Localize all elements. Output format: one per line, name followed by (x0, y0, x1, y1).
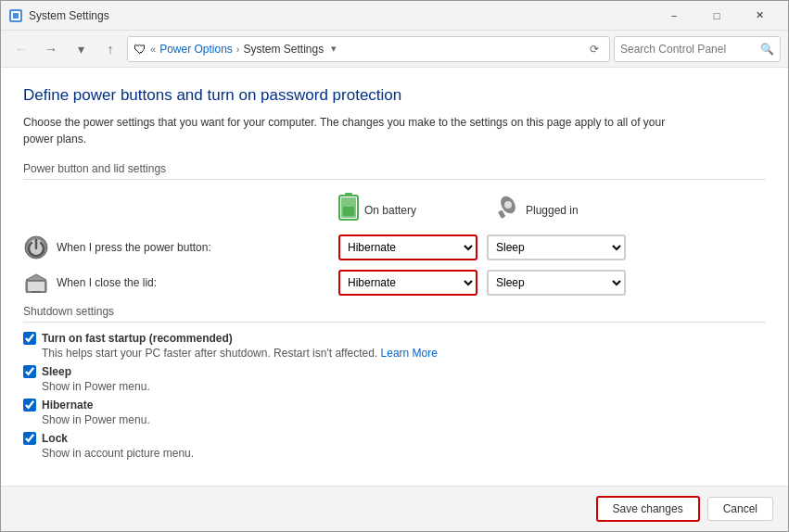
fast-startup-checkbox[interactable] (23, 332, 36, 345)
up-icon: ↑ (108, 42, 114, 57)
hibernate-item: Hibernate Show in Power menu. (23, 399, 766, 426)
refresh-icon: ⟳ (590, 43, 599, 56)
lock-desc: Show in account picture menu. (42, 447, 766, 460)
sleep-label[interactable]: Sleep (42, 365, 71, 378)
lid-icon (23, 270, 49, 296)
content-area: Define power buttons and turn on passwor… (1, 68, 788, 486)
window-icon (8, 8, 23, 23)
breadcrumb-icon: 🛡 (134, 42, 146, 57)
on-battery-header: On battery (338, 193, 487, 227)
svg-rect-9 (498, 210, 505, 219)
page-title: Define power buttons and turn on passwor… (23, 86, 766, 105)
svg-rect-13 (28, 282, 45, 291)
power-button-icon (23, 234, 49, 260)
lock-row: Lock (23, 432, 766, 445)
back-button[interactable]: ← (8, 36, 34, 62)
save-button[interactable]: Save changes (596, 496, 700, 522)
hibernate-row: Hibernate (23, 399, 766, 412)
power-button-plugged-in-select[interactable]: Do nothing Sleep Hibernate Shut down Tur… (487, 234, 626, 260)
sleep-desc: Show in Power menu. (42, 380, 766, 393)
plugged-icon (496, 194, 520, 226)
hibernate-desc: Show in Power menu. (42, 413, 766, 426)
shutdown-section: Shutdown settings Turn on fast startup (… (23, 305, 766, 460)
close-button[interactable]: ✕ (738, 1, 781, 31)
learn-more-link[interactable]: Learn More (381, 347, 438, 360)
window-title: System Settings (29, 9, 653, 22)
up-button[interactable]: ↑ (97, 36, 123, 62)
lid-close-selects: Do nothing Sleep Hibernate Shut down Tur… (338, 270, 626, 296)
lid-on-battery-select[interactable]: Do nothing Sleep Hibernate Shut down Tur… (338, 270, 477, 296)
lid-close-label: When I close the lid: (57, 276, 157, 289)
fast-startup-desc: This helps start your PC faster after sh… (42, 347, 766, 360)
lid-close-label-container: When I close the lid: (23, 270, 338, 296)
search-bar: 🔍 (614, 36, 781, 62)
main-window: System Settings − □ ✕ ← → ▾ ↑ 🛡 « Power … (0, 0, 789, 532)
title-bar: System Settings − □ ✕ (1, 1, 788, 31)
fast-startup-label[interactable]: Turn on fast startup (recommended) (42, 332, 233, 345)
sleep-row: Sleep (23, 365, 766, 378)
lid-plugged-in-select[interactable]: Do nothing Sleep Hibernate Shut down Tur… (487, 270, 626, 296)
plugged-in-label: Plugged in (526, 204, 579, 217)
svg-rect-14 (32, 291, 41, 293)
fast-startup-item: Turn on fast startup (recommended) This … (23, 332, 766, 360)
lock-item: Lock Show in account picture menu. (23, 432, 766, 460)
battery-icon (338, 193, 359, 227)
breadcrumb-power-options[interactable]: Power Options (159, 43, 233, 56)
lid-close-row: When I close the lid: Do nothing Sleep H… (23, 270, 766, 296)
power-button-label: When I press the power button: (57, 241, 211, 254)
plugged-in-header: Plugged in (496, 193, 644, 227)
recent-icon: ▾ (78, 42, 84, 57)
power-button-label-container: When I press the power button: (23, 234, 338, 260)
window-controls: − □ ✕ (653, 1, 781, 31)
forward-icon: → (45, 42, 57, 57)
footer: Save changes Cancel (1, 486, 788, 531)
sleep-item: Sleep Show in Power menu. (23, 365, 766, 393)
breadcrumb: 🛡 « Power Options › System Settings ▾ ⟳ (127, 36, 610, 62)
power-button-on-battery-select[interactable]: Do nothing Sleep Hibernate Shut down Tur… (338, 234, 477, 260)
svg-rect-6 (343, 207, 354, 216)
breadcrumb-sep-1: « (150, 44, 156, 55)
forward-button[interactable]: → (38, 36, 64, 62)
search-input[interactable] (620, 43, 760, 56)
hibernate-label[interactable]: Hibernate (42, 399, 93, 412)
refresh-button[interactable]: ⟳ (585, 40, 604, 58)
power-section-header: Power button and lid settings (23, 162, 766, 180)
breadcrumb-arrow: › (236, 44, 240, 55)
back-icon: ← (15, 42, 28, 57)
minimize-button[interactable]: − (653, 1, 695, 31)
sleep-checkbox[interactable] (23, 365, 36, 378)
cancel-button[interactable]: Cancel (707, 497, 773, 521)
recent-button[interactable]: ▾ (68, 36, 94, 62)
svg-rect-2 (13, 13, 19, 19)
shutdown-header: Shutdown settings (23, 305, 766, 323)
power-button-selects: Do nothing Sleep Hibernate Shut down Tur… (338, 234, 626, 260)
fast-startup-row: Turn on fast startup (recommended) (23, 332, 766, 345)
maximize-button[interactable]: □ (695, 1, 738, 31)
lock-label[interactable]: Lock (42, 432, 68, 445)
hibernate-checkbox[interactable] (23, 399, 36, 412)
lock-checkbox[interactable] (23, 432, 36, 445)
on-battery-label: On battery (364, 204, 416, 217)
search-icon: 🔍 (760, 43, 774, 56)
svg-point-8 (504, 201, 512, 209)
nav-bar: ← → ▾ ↑ 🛡 « Power Options › System Setti… (1, 31, 788, 68)
page-description: Choose the power settings that you want … (23, 114, 672, 147)
power-button-row: When I press the power button: Do nothin… (23, 234, 766, 260)
breadcrumb-system-settings: System Settings (244, 43, 325, 56)
breadcrumb-dropdown-icon: ▾ (331, 43, 337, 55)
